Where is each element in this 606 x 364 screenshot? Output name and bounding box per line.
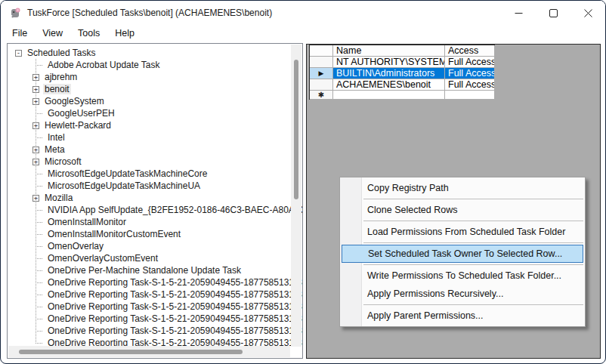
tree-node-label: OneDrive Reporting Task-S-1-5-21-2059049… <box>46 277 303 288</box>
tree-leaf-connector <box>36 186 42 187</box>
context-menu-item-write-permissions-to-scheduled-task-folder[interactable]: Write Permissions To Scheduled Task Fold… <box>340 267 585 285</box>
tree-leaf-connector <box>36 137 42 138</box>
tree-node-label: GoogleSystem <box>43 96 106 106</box>
grid-row-header[interactable] <box>310 79 333 91</box>
grid-cell-access-empty[interactable] <box>445 91 495 100</box>
minimize-icon <box>515 9 523 17</box>
expand-icon[interactable]: + <box>32 86 39 93</box>
tree-node[interactable]: OmenOverlayCustomEvent <box>8 252 159 264</box>
new-row-indicator-icon: ✱ <box>318 91 324 99</box>
grid-new-row-header[interactable]: ✱ <box>310 91 333 100</box>
tree-node-label: OmenOverlayCustomEvent <box>46 253 159 264</box>
tree-horizontal-scrollbar-thumb[interactable] <box>19 350 243 354</box>
tree-leaf-connector <box>36 307 42 307</box>
grid-cell-name[interactable]: BUILTIN\Administrators <box>333 68 445 79</box>
expand-icon[interactable]: + <box>32 147 39 153</box>
tree-node[interactable]: Intel <box>8 131 66 143</box>
tree-node[interactable]: MicrosoftEdgeUpdateTaskMachineCore <box>8 168 209 180</box>
tree-node[interactable]: +benoit <box>8 83 71 95</box>
grid-row-header[interactable] <box>310 57 333 68</box>
context-menu-item-copy-registry-path[interactable]: Copy Registry Path <box>340 179 585 197</box>
maximize-button[interactable] <box>536 1 570 25</box>
grid-row[interactable]: NT AUTHORITY\SYSTEMFull Access <box>310 57 495 68</box>
grid-row[interactable]: ACHAEMENES\benoitFull Access <box>310 79 495 91</box>
tree-node[interactable]: +Meta <box>8 143 66 156</box>
tree-node-label: OneDrive Reporting Task-S-1-5-21-2059049… <box>46 289 303 300</box>
context-menu-separator <box>363 242 583 243</box>
tree-leaf-connector <box>36 246 42 247</box>
tree-node-label: Microsoft <box>43 156 83 167</box>
tree-node[interactable]: OneDrive Reporting Task-S-1-5-21-2059049… <box>8 301 303 313</box>
tree-leaf-connector <box>36 65 42 66</box>
tree-leaf-connector <box>36 331 42 332</box>
context-menu-item-apply-parent-permissions[interactable]: Apply Parent Permissions... <box>340 307 585 325</box>
minimize-button[interactable] <box>501 1 536 25</box>
title-bar: TuskForce [Scheduled Tasks\benoit] (ACHA… <box>1 1 605 25</box>
tree-node[interactable]: OneDrive Reporting Task-S-1-5-21-2059049… <box>8 325 303 337</box>
tree-node[interactable]: MicrosoftEdgeUpdateTaskMachineUA <box>8 180 202 192</box>
tree-node-label: Intel <box>46 132 66 143</box>
tree-node-root[interactable]: -Scheduled Tasks <box>8 47 97 59</box>
tree-node[interactable]: +Mozilla <box>8 192 74 204</box>
menubar-item-file[interactable]: File <box>5 26 35 40</box>
app-window: TuskForce [Scheduled Tasks\benoit] (ACHA… <box>0 0 606 364</box>
grid-cell-name[interactable]: ACHAEMENES\benoit <box>333 79 445 91</box>
grid-cell-access[interactable]: Full Access <box>445 68 495 79</box>
tree-node[interactable]: OneDrive Reporting Task-S-1-5-21-2059049… <box>8 313 303 325</box>
expand-icon[interactable]: + <box>32 74 39 81</box>
tree-node-label: benoit <box>43 84 71 94</box>
scheduled-tasks-tree: -Scheduled TasksAdobe Acrobat Update Tas… <box>7 43 303 359</box>
grid-cell-name[interactable]: NT AUTHORITY\SYSTEM <box>333 57 445 68</box>
tree-node[interactable]: +ajbrehm <box>8 71 79 83</box>
tree-node[interactable]: OneDrive Per-Machine Standalone Update T… <box>8 264 243 276</box>
tree-leaf-connector <box>36 319 42 319</box>
menubar-item-help[interactable]: Help <box>107 26 142 40</box>
tree-node-label: Adobe Acrobat Update Task <box>46 60 162 70</box>
menubar-item-view[interactable]: View <box>35 26 70 40</box>
expand-icon[interactable]: + <box>32 159 39 165</box>
context-menu-item-apply-permissions-recursively[interactable]: Apply Permissions Recursively... <box>340 285 585 303</box>
expand-icon[interactable]: + <box>32 122 39 129</box>
context-menu-item-set-scheduled-task-owner-to-selected-row[interactable]: Set Scheduled Task Owner To Selected Row… <box>342 245 583 263</box>
tree-node-label: Mozilla <box>43 193 74 203</box>
grid-cell-access[interactable]: Full Access <box>445 57 495 68</box>
tree-node-label: Scheduled Tasks <box>26 48 97 58</box>
grid-row-header[interactable]: ▶ <box>310 68 333 79</box>
expand-icon[interactable]: + <box>32 195 39 202</box>
tree-node[interactable]: Adobe Acrobat Update Task <box>8 59 162 71</box>
expand-icon[interactable]: + <box>32 98 39 105</box>
tree-vertical-scrollbar-thumb[interactable] <box>294 60 298 199</box>
tree-node[interactable]: OmenInstallMonitor <box>8 216 128 228</box>
tree-node-label: OmenOverlay <box>46 241 105 251</box>
tree-node[interactable]: OneDrive Reporting Task-S-1-5-21-2059049… <box>8 288 303 301</box>
context-menu-separator <box>363 264 583 265</box>
tree-node-label: MicrosoftEdgeUpdateTaskMachineCore <box>46 168 209 179</box>
grid-cell-access[interactable]: Full Access <box>445 79 495 91</box>
tree-node[interactable]: OmenInstallMonitorCustomEvent <box>8 228 182 240</box>
tree-vertical-scrollbar[interactable] <box>291 45 301 347</box>
close-button[interactable] <box>570 1 605 25</box>
tree-leaf-connector <box>36 258 42 259</box>
tree-node[interactable]: +Hewlett-Packard <box>8 119 113 131</box>
tree-horizontal-scrollbar[interactable] <box>8 346 290 357</box>
context-menu-item-load-permissions-from-scheduled-task-folder[interactable]: Load Permissions From Scheduled Task Fol… <box>340 223 585 241</box>
grid-cell-name-empty[interactable] <box>333 91 445 100</box>
tree-leaf-connector <box>36 295 42 295</box>
grid-new-row[interactable]: ✱ <box>310 91 495 100</box>
tree-node[interactable]: OmenOverlay <box>8 240 105 252</box>
tree-node-label: GoogleUserPEH <box>46 108 116 119</box>
context-menu-item-clone-selected-rows[interactable]: Clone Selected Rows <box>340 201 585 219</box>
tree-node[interactable]: +GoogleSystem <box>8 95 106 107</box>
menubar-item-tools[interactable]: Tools <box>70 26 107 40</box>
grid-row[interactable]: ▶BUILTIN\AdministratorsFull Access <box>310 68 495 79</box>
tree-leaf-connector <box>36 270 42 271</box>
collapse-icon[interactable]: - <box>15 50 22 57</box>
context-menu-separator <box>363 221 583 221</box>
tree-node[interactable]: GoogleUserPEH <box>8 107 116 119</box>
tree-node[interactable]: +Microsoft <box>8 156 83 168</box>
tree-node[interactable]: OneDrive Reporting Task-S-1-5-21-2059049… <box>8 276 303 288</box>
tree-node[interactable]: NVIDIA App SelfUpdate_{B2FE1952-0186-46C… <box>8 204 303 216</box>
window-title: TuskForce [Scheduled Tasks\benoit] (ACHA… <box>27 8 272 18</box>
grid-column-header-access[interactable]: Access <box>445 45 495 57</box>
grid-column-header-name[interactable]: Name <box>333 45 445 57</box>
